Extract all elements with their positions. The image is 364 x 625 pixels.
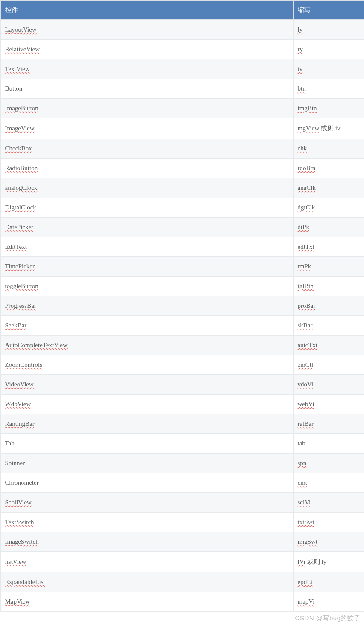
abbr-text: lVi (298, 558, 305, 565)
table-row: toggleButtontglBtn (0, 277, 364, 296)
control-text: LayoutView (5, 26, 37, 33)
control-cell: AutoCompleteTextView (0, 336, 293, 355)
control-cell: DigtalClock (0, 198, 293, 218)
abbr-cell: mgView 或则 iv (293, 118, 364, 139)
control-cell: TextView (0, 59, 293, 79)
control-cell: EditText (0, 237, 293, 257)
control-cell: WdbView (0, 395, 293, 414)
abbr-text: tmPk (298, 263, 311, 270)
table-row: Buttonbtn (0, 79, 364, 99)
abbr-text: epdLt (298, 578, 313, 585)
abbr-text: zmCtl (298, 361, 314, 368)
control-cell: Tab (0, 434, 293, 454)
abbr-text: tab (298, 440, 305, 447)
table-row: ProgressBarproBar (0, 296, 364, 316)
control-cell: ProgressBar (0, 296, 293, 316)
table-row: CheckBoxchk (0, 139, 364, 159)
table-row: ImageSwitchimgSwt (0, 532, 364, 552)
table-row: WdbViewwebVi (0, 395, 364, 414)
abbr-text: skBar (298, 322, 313, 329)
table-row: SeekBarskBar (0, 316, 364, 336)
control-text: RelativeView (5, 46, 40, 53)
table-row: analogClockanaClk (0, 178, 364, 198)
abbr-text: ly (298, 26, 303, 33)
control-cell: DatePicker (0, 218, 293, 237)
abbr-cell: sclVi (293, 493, 364, 513)
abbr-cell: chk (293, 139, 364, 159)
abbr-cell: tv (293, 59, 364, 79)
abbr-cell: btn (293, 79, 364, 99)
control-cell: RelativeView (0, 40, 293, 59)
control-text: analogClock (5, 184, 38, 191)
table-row: Tabtab (0, 434, 364, 454)
control-text: ImageButton (5, 105, 38, 112)
abbr-cell: tglBtn (293, 277, 364, 296)
control-text: ImageSwitch (5, 538, 39, 545)
control-text: EditText (5, 243, 27, 250)
table-row: ImageButtonimgBtn (0, 99, 364, 118)
control-text: TimePicker (5, 263, 35, 270)
control-cell: MapView (0, 592, 293, 612)
control-cell: ZoomControls (0, 355, 293, 375)
abbr-text: proBar (298, 302, 316, 309)
abbr-suffix: 或则 iv (319, 125, 340, 132)
control-text: MapView (5, 598, 30, 605)
control-text: SeekBar (5, 322, 27, 329)
abbr-cell: autoTxt (293, 336, 364, 355)
control-cell: ImageView (0, 118, 293, 139)
table-row: Chronometercmt (0, 473, 364, 493)
control-cell: VideoView (0, 375, 293, 395)
control-text: ImageView (5, 125, 35, 132)
control-cell: TimePicker (0, 257, 293, 277)
abbr-cell: dgtClk (293, 198, 364, 218)
table-header-row: 控件 缩写 (0, 0, 364, 20)
abbr-cell: edtTxt (293, 237, 364, 257)
control-text: TextSwitch (5, 519, 34, 525)
abbr-cell: webVi (293, 395, 364, 414)
control-text: toggleButton (5, 283, 38, 289)
control-text: CheckBox (5, 145, 32, 152)
abbr-cell: cmt (293, 473, 364, 493)
abbr-text: ratBar (298, 420, 314, 427)
abbr-cell: skBar (293, 316, 364, 336)
abbr-text: mgView (298, 125, 320, 132)
table-row: AutoCompleteTextViewautoTxt (0, 336, 364, 355)
abbr-cell: dtPk (293, 218, 364, 237)
abbr-suffix: 或则 (305, 558, 322, 565)
abbr-text: anaClk (298, 184, 316, 191)
control-text: DigtalClock (5, 204, 36, 211)
table-row: Spinnerspn (0, 454, 364, 473)
control-cell: LayoutView (0, 20, 293, 40)
table-row: TextViewtv (0, 59, 364, 79)
abbr-text: chk (298, 145, 307, 152)
abbr-text: imgSwt (298, 538, 318, 545)
control-cell: listView (0, 552, 293, 572)
abbr-cell: epdLt (293, 572, 364, 592)
control-text: Tab (5, 440, 15, 447)
control-text: TextView (5, 65, 30, 72)
control-text: ZoomControls (5, 361, 43, 368)
table-row: ImageViewmgView 或则 iv (0, 118, 364, 139)
control-cell: Chronometer (0, 473, 293, 493)
abbr-cell: spn (293, 454, 364, 473)
control-text: ProgressBar (5, 302, 36, 309)
abbr-cell: vdoVi (293, 375, 364, 395)
table-row: ExpandableListepdLt (0, 572, 364, 592)
control-cell: Spinner (0, 454, 293, 473)
abbr-text: dgtClk (298, 204, 315, 211)
table-row: RelativeViewry (0, 40, 364, 59)
abbr-text: vdoVi (298, 381, 314, 388)
control-text: Spinner (5, 460, 25, 466)
table-row: TimePickertmPk (0, 257, 364, 277)
abbr2-text: ly (321, 558, 326, 565)
abbr-text: rdoBtn (298, 165, 316, 171)
abbr-cell: tmPk (293, 257, 364, 277)
abbr-cell: ly (293, 20, 364, 40)
abbr-cell: proBar (293, 296, 364, 316)
control-text: ExpandableList (5, 578, 45, 585)
header-abbr: 缩写 (293, 0, 364, 20)
control-cell: TextSwitch (0, 513, 293, 532)
abbr-text: autoTxt (298, 342, 318, 348)
control-text: Chronometer (5, 479, 39, 486)
abbr-text: imgBtn (298, 105, 317, 112)
